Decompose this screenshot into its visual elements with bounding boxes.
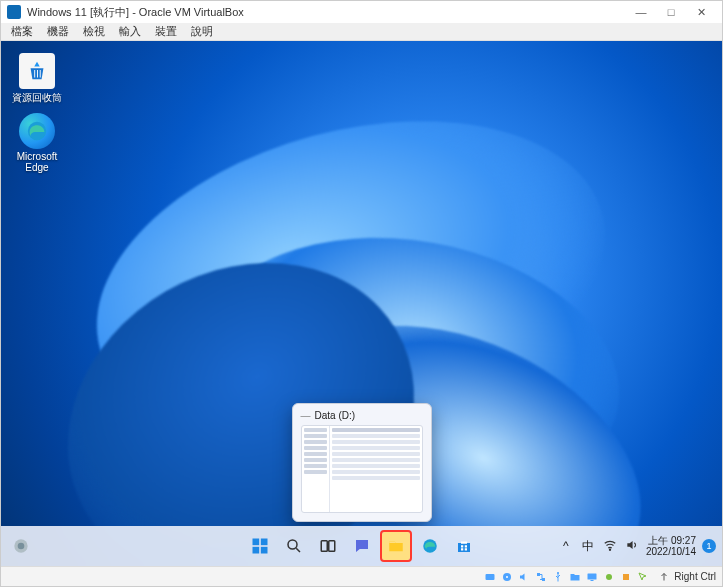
taskbar-clock[interactable]: 上午 09:27 2022/10/14 <box>646 535 696 557</box>
volume-icon[interactable] <box>624 538 640 555</box>
preview-title: Data (D:) <box>315 410 356 421</box>
start-button[interactable] <box>246 532 274 560</box>
preview-body <box>301 425 423 513</box>
edge-button[interactable] <box>416 532 444 560</box>
vb-status-audio-icon[interactable] <box>517 570 531 584</box>
desktop-icon-label: 資源回收筒 <box>12 92 62 103</box>
widgets-button[interactable] <box>7 532 35 560</box>
svg-rect-14 <box>461 548 463 550</box>
store-button[interactable] <box>450 532 478 560</box>
vb-menu-view[interactable]: 檢視 <box>77 24 111 39</box>
taskbar-preview-thumbnail[interactable]: — Data (D:) <box>292 403 432 522</box>
guest-desktop[interactable]: 資源回收筒 Microsoft Edge — Data (D:) <box>1 41 722 566</box>
virtualbox-window: Windows 11 [執行中] - Oracle VM VirtualBox … <box>0 0 723 587</box>
svg-point-25 <box>606 574 612 580</box>
search-button[interactable] <box>280 532 308 560</box>
task-view-button[interactable] <box>314 532 342 560</box>
tray-chevron-up-icon[interactable]: ^ <box>558 539 574 553</box>
recycle-bin-icon <box>19 53 55 89</box>
svg-point-2 <box>18 543 25 550</box>
svg-rect-5 <box>252 547 259 554</box>
vb-menu-file[interactable]: 檔案 <box>5 24 39 39</box>
svg-rect-17 <box>486 574 495 580</box>
svg-line-8 <box>296 548 300 552</box>
svg-rect-15 <box>464 548 466 550</box>
svg-rect-12 <box>461 545 463 547</box>
svg-rect-26 <box>623 574 629 580</box>
file-explorer-button[interactable] <box>382 532 410 560</box>
edge-icon <box>421 537 439 555</box>
widgets-icon <box>11 536 31 556</box>
vb-menu-devices[interactable]: 裝置 <box>149 24 183 39</box>
start-icon <box>250 536 270 556</box>
store-icon <box>455 537 473 555</box>
vb-maximize-button[interactable]: □ <box>656 2 686 22</box>
vb-status-shared-folders-icon[interactable] <box>568 570 582 584</box>
svg-rect-23 <box>588 573 597 579</box>
svg-rect-6 <box>260 547 267 554</box>
svg-point-22 <box>557 572 559 574</box>
vb-status-cpu-icon[interactable] <box>619 570 633 584</box>
vb-menu-input[interactable]: 輸入 <box>113 24 147 39</box>
svg-rect-13 <box>464 545 466 547</box>
vb-status-recording-icon[interactable] <box>602 570 616 584</box>
chat-button[interactable] <box>348 532 376 560</box>
svg-rect-20 <box>537 573 540 576</box>
svg-rect-3 <box>252 539 259 546</box>
vb-window-title: Windows 11 [執行中] - Oracle VM VirtualBox <box>27 5 244 20</box>
vb-hostkey-icon <box>657 570 671 584</box>
svg-rect-24 <box>591 580 594 581</box>
vb-status-optical-icon[interactable] <box>500 570 514 584</box>
svg-rect-10 <box>328 541 334 552</box>
notification-badge[interactable]: 1 <box>702 539 716 553</box>
search-icon <box>285 537 303 555</box>
vb-status-usb-icon[interactable] <box>551 570 565 584</box>
ime-indicator[interactable]: 中 <box>580 538 596 555</box>
vb-status-mouse-icon[interactable] <box>636 570 650 584</box>
svg-rect-9 <box>321 541 327 552</box>
vb-status-display-icon[interactable] <box>585 570 599 584</box>
svg-rect-4 <box>260 539 267 546</box>
edge-icon <box>19 113 55 149</box>
desktop-icon-edge[interactable]: Microsoft Edge <box>7 113 67 173</box>
wifi-icon[interactable] <box>602 538 618 555</box>
vb-close-button[interactable]: ✕ <box>686 2 716 22</box>
vb-status-network-icon[interactable] <box>534 570 548 584</box>
taskbar: ^ 中 上午 09:27 2022/10/14 1 <box>1 526 722 566</box>
file-explorer-icon <box>387 537 405 555</box>
vb-menubar: 檔案 機器 檢視 輸入 裝置 說明 <box>1 23 722 41</box>
task-view-icon <box>319 537 337 555</box>
vb-status-hdd-icon[interactable] <box>483 570 497 584</box>
desktop-icon-recycle-bin[interactable]: 資源回收筒 <box>7 53 67 105</box>
svg-point-7 <box>288 540 297 549</box>
vb-menu-help[interactable]: 說明 <box>185 24 219 39</box>
vb-statusbar: Right Ctrl <box>1 566 722 586</box>
vb-hostkey-label: Right Ctrl <box>674 571 716 582</box>
vb-minimize-button[interactable]: — <box>626 2 656 22</box>
svg-point-19 <box>506 576 508 578</box>
preview-dash: — <box>301 410 311 421</box>
svg-point-16 <box>609 549 610 550</box>
desktop-icon-label: Microsoft Edge <box>17 151 58 173</box>
chat-icon <box>353 537 371 555</box>
virtualbox-icon <box>7 5 21 19</box>
taskbar-date: 2022/10/14 <box>646 546 696 557</box>
vb-menu-machine[interactable]: 機器 <box>41 24 75 39</box>
vb-titlebar: Windows 11 [執行中] - Oracle VM VirtualBox … <box>1 1 722 23</box>
taskbar-time: 上午 09:27 <box>646 535 696 546</box>
